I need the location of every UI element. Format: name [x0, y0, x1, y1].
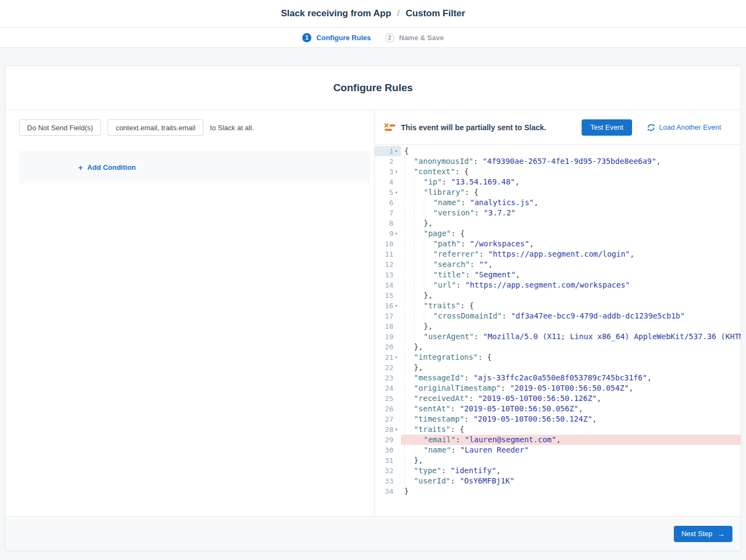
code-editor[interactable]: 1▾{2 "anonymousId": "4f9390ae-2657-4fe1-… [375, 145, 741, 516]
code-line[interactable]: }, [401, 455, 741, 466]
rule-action-selector[interactable]: Do Not Send Field(s) [19, 119, 101, 136]
code-line[interactable]: "userId": "OsY6MFBj1K" [401, 476, 741, 486]
line-number: 29 [385, 435, 393, 445]
line-number: 32 [385, 466, 393, 476]
code-line[interactable]: "anonymousId": "4f9390ae-2657-4fe1-9d95-… [401, 156, 741, 167]
fold-toggle-icon[interactable]: ▾ [393, 228, 399, 239]
code-line[interactable]: } [401, 486, 741, 497]
json-punctuation: : [441, 466, 450, 475]
code-line[interactable]: "context": { [401, 167, 741, 177]
add-condition-button[interactable]: + Add Condition [75, 163, 139, 172]
json-punctuation: , [592, 415, 597, 423]
json-key: "search" [433, 260, 470, 269]
indent-guide [404, 435, 414, 444]
code-line[interactable]: "title": "Segment", [401, 270, 741, 280]
breadcrumb-destination[interactable]: Slack receiving from App [281, 8, 391, 19]
json-punctuation: : [461, 198, 470, 207]
fold-toggle-icon[interactable]: ▾ [393, 301, 399, 311]
line-number: 28 [385, 424, 393, 435]
next-step-button[interactable]: Next Step → [674, 526, 732, 542]
json-punctuation: : [460, 301, 469, 310]
code-line[interactable]: "referrer": "https://app.segment.com/log… [401, 249, 741, 259]
fold-toggle-icon[interactable]: ▾ [393, 167, 399, 177]
json-punctuation: : [501, 384, 510, 392]
json-key: "userAgent" [424, 332, 474, 341]
code-line[interactable]: "ip": "13.54.169.48", [401, 177, 741, 187]
indent-guide [414, 198, 424, 207]
code-row: 22 }, [375, 362, 741, 373]
code-line[interactable]: "originalTimestamp": "2019-05-10T00:56:5… [401, 383, 741, 393]
code-row: 15 }, [375, 290, 741, 301]
code-line[interactable]: "messageId": "ajs-33ffc2ac0a550e8f053789… [401, 373, 741, 383]
code-row: 9▾ "page": { [375, 228, 741, 239]
code-row: 13 "title": "Segment", [375, 270, 741, 280]
code-line[interactable]: "version": "3.7.2" [401, 208, 741, 218]
fold-toggle-icon[interactable]: ▾ [393, 146, 399, 156]
code-line[interactable]: "search": "", [401, 259, 741, 270]
json-punctuation: : [464, 373, 474, 382]
json-key: "url" [433, 281, 456, 289]
gutter-cell: 2 [375, 156, 401, 167]
indent-guide [414, 301, 424, 310]
step-name-and-save[interactable]: 2 Name & Save [385, 33, 444, 42]
code-line[interactable]: "integrations": { [401, 352, 741, 362]
code-line[interactable]: }, [401, 218, 741, 228]
code-line[interactable]: }, [401, 290, 741, 301]
json-punctuation: : [451, 446, 460, 454]
breadcrumb-page: Custom Filter [406, 8, 466, 19]
code-line[interactable]: "url": "https://app.segment.com/workspac… [401, 280, 741, 290]
code-row: 16▾ "traits": { [375, 301, 741, 311]
code-line[interactable]: "timestamp": "2019-05-10T00:56:50.124Z", [401, 414, 741, 424]
code-line[interactable]: }, [401, 321, 741, 332]
line-number: 16 [385, 301, 393, 311]
fold-toggle-icon[interactable]: ▾ [393, 424, 399, 435]
code-line[interactable]: }, [401, 342, 741, 352]
fold-toggle-icon[interactable]: ▾ [393, 352, 399, 362]
code-line[interactable]: "receivedAt": "2019-05-10T00:56:50.126Z"… [401, 393, 741, 404]
code-line[interactable]: "page": { [401, 228, 741, 239]
json-key: "page" [424, 229, 451, 238]
json-punctuation: : [442, 177, 451, 186]
step-configure-rules[interactable]: 1 Configure Rules [302, 33, 371, 42]
rule-fields-selector[interactable]: context.email, traits.email [107, 119, 203, 136]
json-punctuation: { [469, 301, 474, 310]
code-row: 11 "referrer": "https://app.segment.com/… [375, 249, 741, 259]
json-string: "/workspaces" [470, 239, 530, 248]
code-line[interactable]: }, [401, 362, 741, 373]
json-punctuation: , [530, 239, 534, 248]
json-punctuation: : [450, 425, 460, 434]
code-line[interactable]: "name": "analytics.js", [401, 198, 741, 208]
json-string: "13.54.169.48" [451, 177, 515, 186]
fold-toggle-icon[interactable]: ▾ [393, 187, 399, 198]
load-another-event-button[interactable]: Load Another Event [644, 123, 724, 132]
line-number: 15 [385, 290, 393, 301]
code-row: 19 "userAgent": "Mozilla/5.0 (X11; Linux… [375, 332, 741, 342]
code-line[interactable]: "sentAt": "2019-05-10T00:56:50.056Z", [401, 404, 741, 414]
test-event-button[interactable]: Test Event [582, 119, 632, 136]
code-line-highlighted[interactable]: "email": "lauren@segment.com", [401, 435, 741, 445]
json-punctuation: : [469, 394, 478, 403]
json-punctuation: , [630, 250, 634, 258]
code-line[interactable]: "path": "/workspaces", [401, 239, 741, 249]
code-line[interactable]: "library": { [401, 187, 741, 198]
code-line[interactable]: "type": "identify", [401, 466, 741, 476]
code-line[interactable]: "crossDomainId": "df3a47ee-bcc9-479d-add… [401, 311, 741, 321]
indent-guide [404, 353, 414, 361]
indent-guide [404, 157, 414, 166]
json-string: "ajs-33ffc2ac0a550e8f053789c745bc31f6" [473, 373, 647, 382]
code-line[interactable]: "traits": { [401, 424, 741, 435]
code-line[interactable]: "traits": { [401, 301, 741, 311]
code-line[interactable]: { [401, 146, 741, 156]
indent-guide [414, 446, 424, 454]
gutter-cell: 9▾ [375, 228, 401, 239]
code-line[interactable]: "name": "Lauren Reeder" [401, 445, 741, 455]
json-string: "3.7.2" [483, 208, 515, 217]
code-line[interactable]: "userAgent": "Mozilla/5.0 (X11; Linux x8… [401, 332, 741, 342]
gutter-cell: 29 [375, 435, 401, 445]
indent-guide [414, 332, 424, 341]
card-footer: Next Step → [5, 516, 741, 551]
gutter-cell: 18 [375, 321, 401, 332]
json-punctuation: : [455, 167, 464, 176]
indent-guide [404, 208, 414, 217]
filter-x-icon [384, 123, 396, 132]
